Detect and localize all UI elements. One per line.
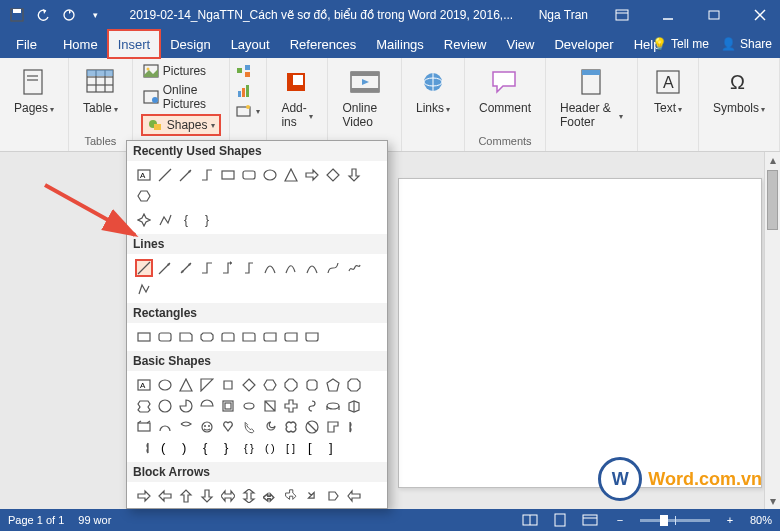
shape-rect3[interactable] xyxy=(177,328,195,346)
shape-freeform3[interactable] xyxy=(135,280,153,298)
ribbon-display-button[interactable] xyxy=(602,0,642,30)
shape-rect5[interactable] xyxy=(219,328,237,346)
shape-basic-7[interactable] xyxy=(282,376,300,394)
shape-rect9[interactable] xyxy=(303,328,321,346)
shape-basic-38[interactable]: {} xyxy=(240,439,258,457)
shape-arrow-down[interactable] xyxy=(345,166,363,184)
shape-rect6[interactable] xyxy=(240,328,258,346)
shape-basic-28[interactable] xyxy=(261,418,279,436)
online-video-button[interactable]: Online Video xyxy=(336,62,393,133)
shape-basic-22[interactable] xyxy=(135,418,153,436)
shape-rounded-rect[interactable] xyxy=(240,166,258,184)
shape-basic-1[interactable] xyxy=(156,376,174,394)
tab-developer[interactable]: Developer xyxy=(544,30,623,58)
scroll-up-button[interactable]: ▴ xyxy=(765,152,780,168)
qat-customize[interactable]: ▾ xyxy=(86,6,104,24)
undo-button[interactable] xyxy=(34,6,52,24)
shape-diamond[interactable] xyxy=(324,166,342,184)
shape-triangle[interactable] xyxy=(282,166,300,184)
tab-layout[interactable]: Layout xyxy=(221,30,280,58)
redo-button[interactable] xyxy=(60,6,78,24)
shape-basic-2[interactable] xyxy=(177,376,195,394)
shape-arrow-9[interactable] xyxy=(324,487,342,505)
scroll-thumb[interactable] xyxy=(767,170,778,230)
shape-arrow-2[interactable] xyxy=(177,487,195,505)
shape-basic-6[interactable] xyxy=(261,376,279,394)
shape-basic-36[interactable]: { xyxy=(198,439,216,457)
tab-insert[interactable]: Insert xyxy=(108,30,161,58)
shape-arrow-right[interactable] xyxy=(303,166,321,184)
shape-arrow-11[interactable] xyxy=(135,508,153,509)
shape-basic-27[interactable] xyxy=(240,418,258,436)
zoom-out[interactable]: − xyxy=(610,512,630,528)
shape-basic-5[interactable] xyxy=(240,376,258,394)
tab-review[interactable]: Review xyxy=(434,30,497,58)
shape-rect7[interactable] xyxy=(261,328,279,346)
shape-basic-25[interactable] xyxy=(198,418,216,436)
shape-basic-18[interactable] xyxy=(282,397,300,415)
tab-file[interactable]: File xyxy=(6,30,47,58)
shape-arrow-13[interactable] xyxy=(177,508,195,509)
shape-arrow-1[interactable] xyxy=(156,487,174,505)
shape-arrow-7[interactable] xyxy=(282,487,300,505)
shape-arrow-21[interactable] xyxy=(345,508,363,509)
shape-star4[interactable] xyxy=(135,211,153,229)
online-pictures-button[interactable]: Online Pictures xyxy=(141,82,222,112)
shape-curve[interactable] xyxy=(261,259,279,277)
comment-button[interactable]: Comment xyxy=(473,62,537,119)
shape-basic-19[interactable] xyxy=(303,397,321,415)
shape-basic-8[interactable] xyxy=(303,376,321,394)
shape-rect8[interactable] xyxy=(282,328,300,346)
shape-line-arrow2[interactable] xyxy=(156,259,174,277)
shape-basic-3[interactable] xyxy=(198,376,216,394)
shape-basic-26[interactable] xyxy=(219,418,237,436)
tab-references[interactable]: References xyxy=(280,30,366,58)
text-button[interactable]: A Text xyxy=(646,62,690,119)
shape-arrow-10[interactable] xyxy=(345,487,363,505)
user-name[interactable]: Nga Tran xyxy=(539,8,588,22)
shape-basic-13[interactable] xyxy=(177,397,195,415)
shape-rect4[interactable] xyxy=(198,328,216,346)
view-read-mode[interactable] xyxy=(520,512,540,528)
shape-basic-41[interactable]: [ xyxy=(303,439,321,457)
tab-mailings[interactable]: Mailings xyxy=(366,30,434,58)
screenshot-button[interactable]: ▾ xyxy=(234,102,262,120)
shape-basic-37[interactable]: } xyxy=(219,439,237,457)
shape-elbow-double[interactable] xyxy=(240,259,258,277)
close-button[interactable] xyxy=(740,0,780,30)
shape-hexagon[interactable] xyxy=(135,187,153,205)
shape-oval[interactable] xyxy=(261,166,279,184)
shape-basic-29[interactable] xyxy=(282,418,300,436)
shape-freeform[interactable] xyxy=(156,211,174,229)
shape-line[interactable] xyxy=(156,166,174,184)
shape-elbow[interactable] xyxy=(198,259,216,277)
pictures-button[interactable]: Pictures xyxy=(141,62,208,80)
shape-curve-double[interactable] xyxy=(303,259,321,277)
shape-basic-42[interactable]: ] xyxy=(324,439,342,457)
shape-arrow-18[interactable] xyxy=(282,508,300,509)
shape-arrow-16[interactable] xyxy=(240,508,258,509)
shape-basic-0[interactable]: A xyxy=(135,376,153,394)
scroll-down-button[interactable]: ▾ xyxy=(765,493,780,509)
shape-basic-15[interactable] xyxy=(219,397,237,415)
shape-basic-30[interactable] xyxy=(303,418,321,436)
table-button[interactable]: Table xyxy=(77,62,124,119)
shape-arrow-19[interactable] xyxy=(303,508,321,509)
shape-arrow-4[interactable] xyxy=(219,487,237,505)
symbols-button[interactable]: Ω Symbols xyxy=(707,62,771,119)
shape-basic-34[interactable]: ( xyxy=(156,439,174,457)
shape-arrow-3[interactable] xyxy=(198,487,216,505)
shape-basic-4[interactable] xyxy=(219,376,237,394)
tab-view[interactable]: View xyxy=(496,30,544,58)
links-button[interactable]: Links xyxy=(410,62,456,119)
shape-line-plain[interactable] xyxy=(135,259,153,277)
view-print-layout[interactable] xyxy=(550,512,570,528)
shape-basic-23[interactable] xyxy=(156,418,174,436)
shape-rect1[interactable] xyxy=(135,328,153,346)
shape-curve-arrow[interactable] xyxy=(282,259,300,277)
shape-basic-11[interactable] xyxy=(135,397,153,415)
shapes-button[interactable]: Shapes▾ xyxy=(141,114,222,136)
shape-line-double-arrow[interactable] xyxy=(177,259,195,277)
shape-basic-21[interactable] xyxy=(345,397,363,415)
shape-freeform2[interactable] xyxy=(324,259,342,277)
